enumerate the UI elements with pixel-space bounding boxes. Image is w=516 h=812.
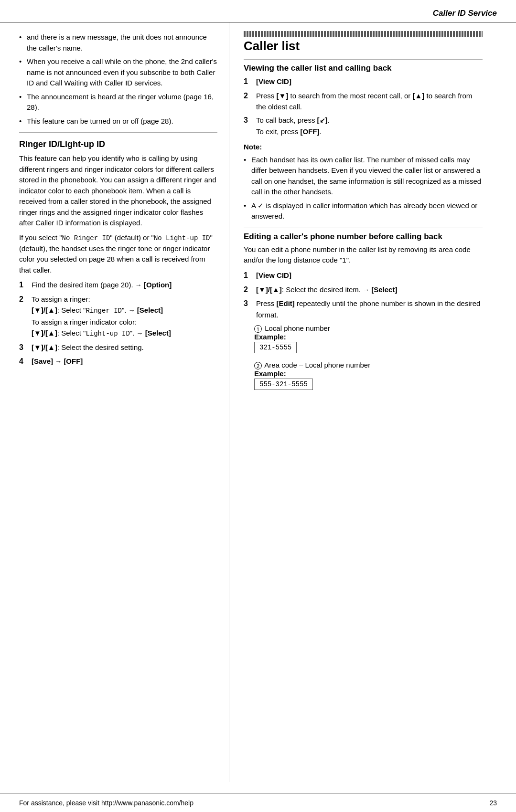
page-footer: For assistance, please visit http://www.… xyxy=(0,793,516,812)
example-2-box: 555-321-5555 xyxy=(254,379,313,390)
ringer-section-heading: Ringer ID/Light-up ID xyxy=(19,139,217,149)
viewing-step-3: 3 To call back, press [↙]. To exit, pres… xyxy=(244,115,483,137)
ringer-body: This feature can help you identify who i… xyxy=(19,153,217,229)
footer-page-number: 23 xyxy=(489,799,497,807)
viewing-section: Viewing the caller list and calling back… xyxy=(244,63,483,222)
viewing-step-3-content: To call back, press [↙]. To exit, press … xyxy=(256,115,483,137)
editing-step-2-num: 2 xyxy=(244,284,254,296)
left-column: and there is a new message, the unit doe… xyxy=(0,22,229,782)
example-1: 1 Local phone number Example: 321-5555 xyxy=(254,324,483,356)
ringer-steps: 1 Find the desired item (page 20). → [Op… xyxy=(19,279,217,368)
ringer-step-2-num: 2 xyxy=(19,294,30,306)
editing-section: Editing a caller's phone number before c… xyxy=(244,232,483,393)
editing-heading: Editing a caller's phone number before c… xyxy=(244,232,483,242)
two-col-layout: and there is a new message, the unit doe… xyxy=(0,22,516,782)
circle-2: 2 xyxy=(254,362,262,369)
divider-left xyxy=(19,132,217,133)
viewing-step-2: 2 Press [▼] to search from the most rece… xyxy=(244,90,483,113)
intro-bullet-3: This feature can be turned on or off (pa… xyxy=(19,116,217,127)
viewing-step-1: 1 [View CID] xyxy=(244,76,483,88)
viewing-step-1-content: [View CID] xyxy=(256,76,483,87)
caller-list-heading: Caller list xyxy=(244,39,483,53)
ringer-body2: If you select "No Ringer ID" (default) o… xyxy=(19,232,217,276)
footer-help-text: For assistance, please visit http://www.… xyxy=(19,799,194,807)
ringer-step-1-num: 1 xyxy=(19,279,30,291)
editing-step-1-content: [View CID] xyxy=(256,270,483,281)
ringer-step-3-num: 3 xyxy=(19,342,30,354)
example-2: 2 Area code – Local phone number Example… xyxy=(254,361,483,393)
page-header-title: Caller ID Service xyxy=(433,9,497,18)
ringer-step-3: 3 [▼]/[▲]: Select the desired setting. xyxy=(19,342,217,354)
ringer-code2: No Light-up ID xyxy=(154,234,210,242)
right-column: Caller list Viewing the caller list and … xyxy=(229,22,497,782)
striped-bar xyxy=(244,31,483,37)
ringer-code1: No Ringer ID xyxy=(62,234,110,242)
ringer-step-1: 1 Find the desired item (page 20). → [Op… xyxy=(19,279,217,291)
ringer-step-4: 4 [Save] → [OFF] xyxy=(19,356,217,368)
viewing-step-3-num: 3 xyxy=(244,115,254,127)
example-2-bold: Example: xyxy=(254,369,286,378)
example-1-bold: Example: xyxy=(254,333,286,341)
note-label: Note: xyxy=(244,142,483,153)
editing-step-2-content: [▼]/[▲]: Select the desired item. → [Sel… xyxy=(256,284,483,295)
editing-body: You can edit a phone number in the calle… xyxy=(244,244,483,266)
intro-bullet-2: The announcement is heard at the ringer … xyxy=(19,92,217,113)
viewing-steps: 1 [View CID] 2 Press [▼] to search from … xyxy=(244,76,483,137)
editing-step-3-content: Press [Edit] repeatedly until the phone … xyxy=(256,298,483,320)
intro-bullet-1: When you receive a call while on the pho… xyxy=(19,56,217,89)
editing-step-3: 3 Press [Edit] repeatedly until the phon… xyxy=(244,298,483,320)
ringer-step-3-content: [▼]/[▲]: Select the desired setting. xyxy=(32,342,217,353)
example-1-box: 321-5555 xyxy=(254,342,297,353)
editing-steps: 1 [View CID] 2 [▼]/[▲]: Select the desir… xyxy=(244,270,483,320)
note-bullet-1: A ✓ is displayed in caller information w… xyxy=(244,200,483,222)
editing-step-2: 2 [▼]/[▲]: Select the desired item. → [S… xyxy=(244,284,483,296)
editing-step-1: 1 [View CID] xyxy=(244,270,483,282)
example-2-label: Area code – Local phone number xyxy=(264,361,370,369)
ringer-section: Ringer ID/Light-up ID This feature can h… xyxy=(19,139,217,368)
page-header: Caller ID Service xyxy=(0,0,516,22)
viewing-heading: Viewing the caller list and calling back xyxy=(244,63,483,73)
intro-bullet-0: and there is a new message, the unit doe… xyxy=(19,32,217,53)
circle-1: 1 xyxy=(254,325,262,333)
viewing-step-1-num: 1 xyxy=(244,76,254,88)
ringer-step-4-num: 4 xyxy=(19,356,30,368)
ringer-step-1-content: Find the desired item (page 20). → [Opti… xyxy=(32,279,217,291)
ringer-step-4-content: [Save] → [OFF] xyxy=(32,356,217,367)
editing-step-1-num: 1 xyxy=(244,270,254,282)
divider-right-1 xyxy=(244,59,483,60)
divider-right-2 xyxy=(244,228,483,228)
note-bullets: Each handset has its own caller list. Th… xyxy=(244,155,483,222)
editing-step-3-num: 3 xyxy=(244,298,254,310)
example-1-label: Local phone number xyxy=(265,324,330,332)
ringer-step-2: 2 To assign a ringer: [▼]/[▲]: Select "R… xyxy=(19,294,217,339)
ringer-step-2-content: To assign a ringer: [▼]/[▲]: Select "Rin… xyxy=(32,294,217,339)
viewing-step-2-content: Press [▼] to search from the most recent… xyxy=(256,90,483,113)
viewing-step-2-num: 2 xyxy=(244,90,254,102)
note-bullet-0: Each handset has its own caller list. Th… xyxy=(244,155,483,198)
intro-bullets: and there is a new message, the unit doe… xyxy=(19,32,217,127)
page-container: Caller ID Service and there is a new mes… xyxy=(0,0,516,812)
